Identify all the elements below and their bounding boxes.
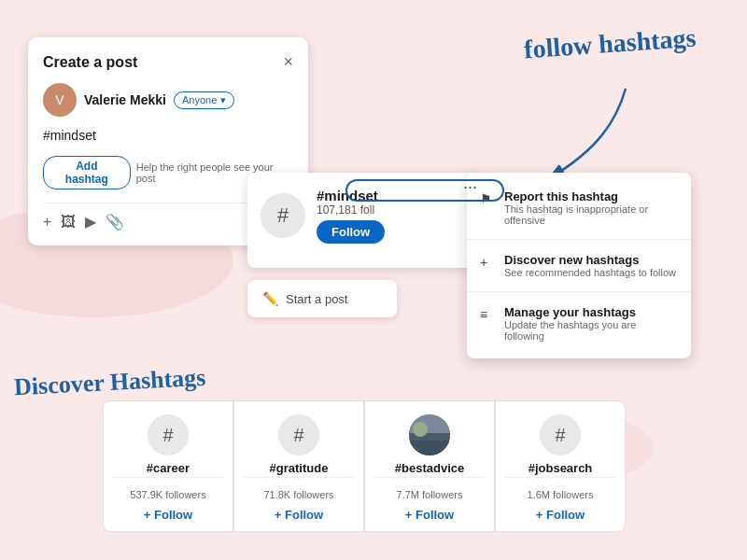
svg-point-2 [413, 422, 428, 437]
plus-icon: + [480, 255, 495, 270]
follow-link-gratitude[interactable]: + Follow [275, 508, 323, 522]
hashtag-name-career: #career [147, 461, 190, 475]
hashtag-icon-large: # [261, 193, 305, 238]
menu-item-title-report: Report this hashtag [504, 189, 678, 203]
hashtag-card-gratitude: # #gratitude 71.8K followers + Follow [233, 400, 364, 532]
follow-link-bestadvice[interactable]: + Follow [405, 508, 454, 522]
add-hashtag-button[interactable]: Add hashtag [43, 156, 131, 189]
hashtag-card-career: # #career 537.9K followers + Follow [103, 400, 233, 532]
mindset-header: # #mindset 107,181 foll Follow [261, 188, 468, 244]
menu-item-text-manage: Manage your hashtags Update the hashtags… [504, 305, 678, 342]
menu-divider-2 [467, 291, 691, 292]
hashtag-name-gratitude: #gratitude [270, 461, 329, 475]
hashtag-followers-bestadvice: 7.7M followers [397, 489, 463, 500]
hashtag-icon-bestadvice [409, 414, 450, 455]
follow-link-jobsearch[interactable]: + Follow [536, 508, 585, 522]
menu-item-sub-discover: See recommended hashtags to follow [504, 267, 676, 278]
card-divider-jobsearch [505, 477, 615, 478]
hashtag-name-bestadvice: #bestadvice [395, 461, 464, 475]
audience-button[interactable]: Anyone ▾ [174, 91, 234, 109]
list-icon: ≡ [480, 307, 495, 322]
menu-item-title-manage: Manage your hashtags [504, 305, 678, 319]
hashtag-card-bestadvice: #bestadvice 7.7M followers + Follow [364, 400, 495, 532]
menu-item-discover[interactable]: + Discover new hashtags See recommended … [467, 244, 691, 287]
mindset-name: #mindset [317, 188, 385, 203]
hashtag-followers-jobsearch: 1.6M followers [528, 489, 594, 500]
menu-item-title-discover: Discover new hashtags [504, 253, 676, 267]
card-divider-bestadvice [374, 477, 485, 478]
hashtag-followers-gratitude: 71.8K followers [263, 489, 333, 500]
menu-item-text-discover: Discover new hashtags See recommended ha… [504, 253, 676, 278]
mindset-info: #mindset 107,181 foll Follow [317, 188, 385, 244]
card-divider-gratitude [244, 477, 354, 478]
chevron-down-icon: ▾ [220, 94, 226, 106]
edit-icon: ✏️ [262, 291, 278, 306]
panel-header: Create a post × [43, 52, 293, 72]
svg-rect-3 [409, 441, 450, 455]
menu-item-report[interactable]: ⚑ Report this hashtag This hashtag is in… [467, 180, 691, 235]
menu-item-sub-report: This hashtag is inappropriate or offensi… [504, 203, 678, 226]
menu-divider-1 [467, 239, 691, 240]
dropdown-dots[interactable]: ··· [463, 177, 477, 197]
attach-icon[interactable]: 📎 [106, 213, 124, 231]
user-row: V Valerie Mekki Anyone ▾ [43, 83, 293, 117]
audience-label: Anyone [182, 94, 217, 105]
annotation-follow-hashtags: follow hashtags [523, 22, 697, 65]
hashtag-followers-career: 537.9K followers [130, 489, 205, 500]
hashtag-icon-career: # [148, 414, 189, 455]
avatar: V [43, 83, 77, 117]
hashtag-icon-jobsearch: # [540, 414, 581, 455]
flag-icon: ⚑ [480, 191, 495, 206]
menu-item-text-report: Report this hashtag This hashtag is inap… [504, 189, 678, 226]
hashtag-icon-gratitude: # [278, 414, 319, 455]
close-button[interactable]: × [283, 52, 293, 72]
follow-link-career[interactable]: + Follow [144, 508, 192, 522]
image-icon[interactable]: 🖼 [61, 214, 76, 231]
user-name: Valerie Mekki [84, 92, 166, 107]
hashtag-text: #mindset [43, 128, 293, 143]
menu-item-manage[interactable]: ≡ Manage your hashtags Update the hashta… [467, 296, 691, 351]
card-divider-career [113, 477, 223, 478]
mindset-card: # #mindset 107,181 foll Follow [247, 173, 481, 268]
start-post-card[interactable]: ✏️ Start a post [247, 280, 397, 317]
hashtag-name-jobsearch: #jobsearch [529, 461, 593, 475]
mindset-followers: 107,181 foll [317, 203, 385, 217]
start-post-text: Start a post [286, 292, 347, 306]
hashtag-card-jobsearch: # #jobsearch 1.6M followers + Follow [495, 400, 626, 532]
follow-button[interactable]: Follow [317, 220, 385, 244]
video-icon[interactable]: ▶ [85, 213, 96, 231]
menu-item-sub-manage: Update the hashtags you are following [504, 319, 678, 342]
panel-title: Create a post [43, 54, 137, 71]
annotation-discover-hashtags: Discover Hashtags [13, 362, 206, 401]
dropdown-menu: ⚑ Report this hashtag This hashtag is in… [467, 173, 691, 358]
hashtag-cards-row: # #career 537.9K followers + Follow # #g… [103, 400, 626, 532]
add-icon[interactable]: + [43, 214, 51, 231]
